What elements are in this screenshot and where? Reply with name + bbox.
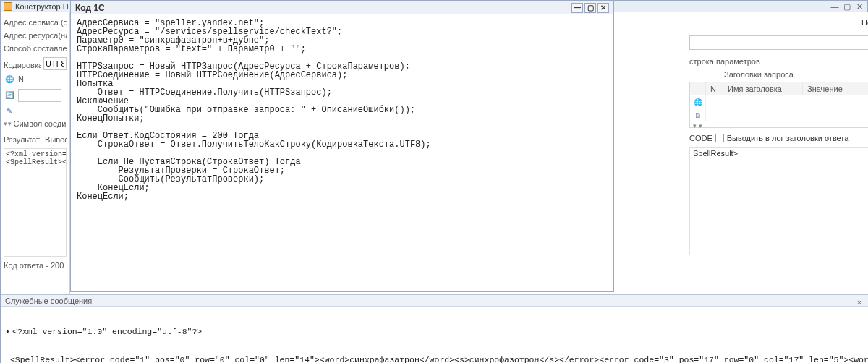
doc-small-icon[interactable]: 🗎 xyxy=(690,108,705,121)
col-header-name[interactable]: Имя заголовка xyxy=(723,82,803,95)
code-close-button[interactable]: ✕ xyxy=(597,3,609,13)
refresh-icon[interactable]: 🔄 xyxy=(4,89,15,101)
code-editor[interactable]: АдресСервиса = "speller.yandex.net"; Адр… xyxy=(71,14,613,291)
code-frag: CODE xyxy=(689,134,712,142)
headers-expand-icon[interactable]: ▾ ▾ xyxy=(690,121,868,130)
pencil-icon[interactable]: ✎ xyxy=(4,105,15,116)
main-maximize-button[interactable]: ▢ xyxy=(842,1,852,12)
code-window: Код 1С — ▢ ✕ АдресСервиса = "speller.yan… xyxy=(70,1,614,292)
label-addr-resource: Адрес ресурса(начин xyxy=(4,31,67,40)
blank-bullet xyxy=(5,355,10,363)
constructor-right-panel: Порт: строка параметров Заголовки запрос… xyxy=(684,12,868,304)
label-compose: Способ составления с xyxy=(4,44,67,53)
xml-preview-line-2: <SpellResult><error co xyxy=(6,158,64,166)
port-label: Порт: xyxy=(861,18,868,27)
service-messages-close-icon[interactable]: × xyxy=(854,296,864,305)
col-header-value[interactable]: Значение xyxy=(803,82,868,95)
code-titlebar[interactable]: Код 1С — ▢ ✕ xyxy=(71,1,613,14)
globe-small-icon[interactable]: 🌐 xyxy=(690,95,705,108)
params-frag-label: строка параметров xyxy=(684,57,868,66)
headers-caption: Заголовки запроса xyxy=(718,70,868,79)
n-label: N xyxy=(18,74,24,83)
main-minimize-button[interactable]: — xyxy=(830,1,840,12)
label-result: Результат: xyxy=(4,135,42,144)
blank-input-1[interactable] xyxy=(18,89,61,102)
service-messages-titlebar[interactable]: Служебные сообщения × xyxy=(1,295,868,307)
service-messages-body[interactable]: •<?xml version="1.0" encoding="utf-8"?> … xyxy=(1,307,868,363)
log-headers-checkbox[interactable] xyxy=(715,134,724,142)
xml-preview: <?xml version="1.0" er <SpellResult><err… xyxy=(4,148,67,257)
col-header-n[interactable]: N xyxy=(706,82,723,95)
main-close-button[interactable]: ✕ xyxy=(854,1,864,12)
service-messages-panel: Служебные сообщения × •<?xml version="1.… xyxy=(1,294,868,363)
constructor-window: Конструктор HT — ▢ ✕ Адрес сервиса (с Ад… xyxy=(0,0,868,363)
headers-empty-area[interactable] xyxy=(706,95,868,121)
encoding-input[interactable] xyxy=(43,57,67,70)
spell-result-area[interactable]: SpellResult> xyxy=(689,147,868,255)
service-messages-title: Служебные сообщения xyxy=(5,295,92,307)
svc-line-2: <SpellResult><error code="1" pos="0" row… xyxy=(10,355,868,363)
log-headers-label: Выводить в лог заголовки ответа xyxy=(727,134,849,142)
spell-frag: SpellResult> xyxy=(693,149,738,158)
code-maximize-button[interactable]: ▢ xyxy=(584,3,596,13)
result-mode[interactable]: Вывест xyxy=(45,135,67,144)
bullet-icon: • xyxy=(5,327,12,336)
code-minimize-button[interactable]: — xyxy=(571,3,583,13)
expand-icon[interactable]: ▾ ▾ xyxy=(4,120,11,127)
label-addr-service: Адрес сервиса (с xyxy=(4,18,67,27)
answer-code-label: Код ответа - 200 xyxy=(4,261,67,270)
label-sym-conn: Символ соеди xyxy=(14,119,67,128)
constructor-title-text: Конструктор HT xyxy=(15,1,73,12)
headers-table: N Имя заголовка Значение 🌐 🗎 ▾ ▾ xyxy=(689,82,868,128)
globe-icon: 🌐 xyxy=(4,73,15,85)
app-icon xyxy=(4,2,12,11)
label-encoding: Кодировка xyxy=(4,61,41,69)
headers-icon-col xyxy=(690,82,706,95)
empty-input-row[interactable] xyxy=(689,35,868,50)
svc-line-1: <?xml version="1.0" encoding="utf-8"?> xyxy=(12,327,202,336)
xml-preview-line-1: <?xml version="1.0" er xyxy=(6,150,64,158)
code-window-title: Код 1С xyxy=(75,1,105,14)
